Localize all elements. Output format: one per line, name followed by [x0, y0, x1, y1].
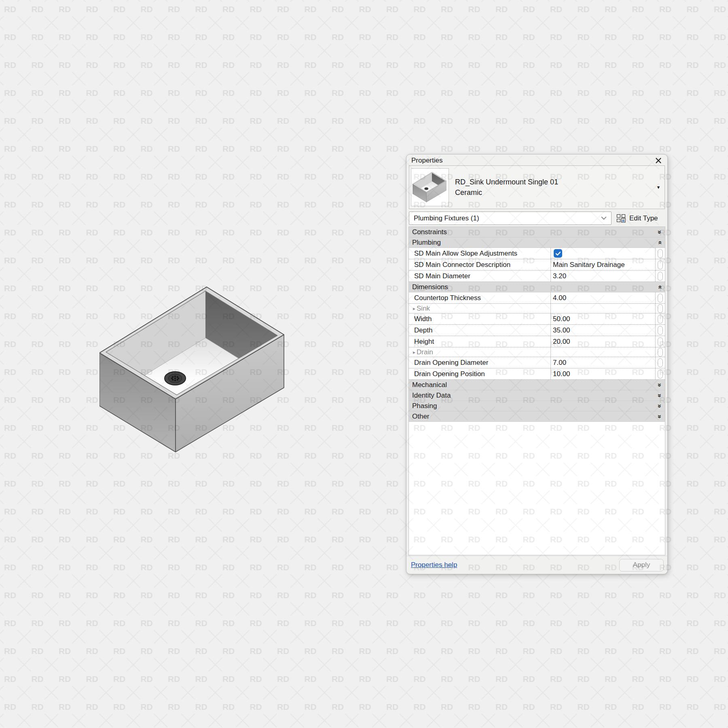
properties-help-link[interactable]: Properties help: [411, 561, 457, 569]
property-value-width[interactable]: 50.00: [550, 313, 655, 324]
type-dropdown-icon[interactable]: ▼: [652, 185, 665, 190]
property-label-cell: ▸Drain: [409, 347, 550, 357]
type-text: RD_Sink Undermount Single 01 Ceramic: [449, 177, 652, 198]
property-value-text: 50.00: [553, 315, 570, 323]
grid-empty-area: [409, 422, 665, 555]
associate-parameter-button[interactable]: [658, 294, 663, 303]
property-value-sd-main-connector-description[interactable]: Main Sanitary Drainage: [550, 259, 655, 270]
chevron-double-down-icon[interactable]: »: [657, 230, 663, 234]
property-value-drain-opening-diameter[interactable]: 7.00: [550, 357, 655, 368]
checkbox-checked[interactable]: [554, 249, 562, 258]
associate-parameter-button[interactable]: [658, 272, 663, 281]
subgroup-expand-icon[interactable]: ▸: [413, 306, 415, 311]
subgroup-row-drain: ▸Drain: [409, 347, 665, 357]
combo-chevron-down-icon: [601, 216, 607, 220]
associate-parameter-button[interactable]: [658, 260, 663, 269]
section-label: Dimensions: [409, 283, 448, 291]
associate-parameter-cell: [655, 292, 665, 303]
associate-parameter-cell: [655, 248, 665, 259]
selection-combo-value: Plumbing Fixtures (1): [414, 214, 479, 222]
chevron-double-down-icon[interactable]: »: [657, 415, 663, 418]
property-label-cell: SD Main Connector Description: [409, 259, 550, 270]
chevron-double-down-icon[interactable]: »: [657, 394, 663, 397]
section-header-phasing[interactable]: Phasing»: [409, 401, 665, 411]
property-row-depth: Depth35.00: [409, 325, 665, 336]
associate-parameter-cell: [655, 347, 665, 357]
associate-parameter-cell: [655, 313, 665, 324]
associate-parameter-button[interactable]: [658, 326, 663, 335]
edit-type-button[interactable]: Edit Type: [612, 212, 665, 225]
property-label-cell: Drain Opening Position: [409, 368, 550, 379]
property-row-countertop-thickness: Countertop Thickness4.00: [409, 292, 665, 304]
section-label: Phasing: [409, 402, 437, 410]
chevron-double-up-icon[interactable]: »: [657, 241, 663, 244]
check-icon: [555, 251, 561, 256]
associate-parameter-cell: [655, 336, 665, 347]
property-value-depth[interactable]: 35.00: [550, 325, 655, 336]
selection-row: Plumbing Fixtures (1) Edit Type: [409, 212, 665, 225]
subgroup-expand-icon[interactable]: ▸: [413, 349, 415, 355]
property-value-drain-opening-position[interactable]: 10.00: [550, 368, 655, 379]
apply-button[interactable]: Apply: [619, 559, 664, 571]
property-label-cell: Height: [409, 336, 550, 347]
property-value-sd-main-diameter[interactable]: 3.20: [550, 271, 655, 281]
properties-panel: Properties RD_Sink Undermount Single 01 …: [406, 154, 668, 574]
section-header-constraints[interactable]: Constraints»: [409, 227, 665, 237]
associate-parameter-button[interactable]: [658, 249, 663, 258]
associate-parameter-cell: [655, 325, 665, 336]
property-row-height: Height20.00: [409, 336, 665, 347]
chevron-double-down-icon[interactable]: »: [657, 383, 663, 387]
associate-parameter-button[interactable]: [658, 348, 663, 357]
property-value-text: 3.20: [553, 272, 566, 280]
property-value-sd-main-allow-slope-adjustments[interactable]: [550, 248, 655, 259]
property-label: Width: [414, 315, 432, 323]
associate-parameter-button[interactable]: [658, 370, 663, 379]
grid-rows: Constraints»Plumbing»SD Main Allow Slope…: [409, 227, 665, 422]
associate-parameter-button[interactable]: [658, 337, 663, 346]
property-label-cell: Width: [409, 313, 550, 324]
property-row-width: Width50.00: [409, 313, 665, 325]
section-label: Mechanical: [409, 381, 447, 389]
property-value-text: Main Sanitary Drainage: [553, 261, 625, 269]
sink-3d-render: [99, 286, 290, 459]
close-icon[interactable]: [654, 157, 662, 165]
property-label: SD Main Diameter: [414, 272, 470, 280]
section-header-other[interactable]: Other»: [409, 411, 665, 422]
property-value-sink: [550, 304, 655, 313]
property-grid: Constraints»Plumbing»SD Main Allow Slope…: [408, 226, 665, 555]
property-label: Sink: [417, 305, 430, 313]
associate-parameter-button[interactable]: [658, 304, 663, 313]
associate-parameter-cell: [655, 368, 665, 379]
property-row-sd-main-allow-slope-adjustments: SD Main Allow Slope Adjustments: [409, 248, 665, 259]
property-value-height[interactable]: 20.00: [550, 336, 655, 347]
property-row-sd-main-diameter: SD Main Diameter3.20: [409, 271, 665, 282]
associate-parameter-cell: [655, 357, 665, 368]
section-header-mechanical[interactable]: Mechanical»: [409, 380, 665, 390]
type-thumbnail-sink-icon: [413, 172, 447, 203]
property-row-drain-opening-diameter: Drain Opening Diameter7.00: [409, 357, 665, 368]
chevron-double-up-icon[interactable]: »: [657, 285, 663, 289]
panel-footer: Properties help Apply: [406, 556, 667, 574]
property-label-cell: SD Main Diameter: [409, 271, 550, 281]
edit-type-label: Edit Type: [629, 214, 658, 222]
property-value-countertop-thickness[interactable]: 4.00: [550, 292, 655, 303]
type-selector[interactable]: RD_Sink Undermount Single 01 Ceramic ▼: [409, 165, 665, 209]
associate-parameter-cell: [655, 271, 665, 281]
property-label-cell: ▸Sink: [409, 304, 550, 313]
selection-combo[interactable]: Plumbing Fixtures (1): [409, 212, 612, 225]
associate-parameter-button[interactable]: [658, 358, 663, 367]
section-header-dimensions[interactable]: Dimensions»: [409, 282, 665, 292]
type-family-name: RD_Sink Undermount Single 01: [455, 177, 652, 187]
property-label: Drain Opening Position: [414, 370, 485, 378]
chevron-double-down-icon[interactable]: »: [657, 404, 663, 408]
associate-parameter-cell: [655, 304, 665, 313]
section-header-plumbing[interactable]: Plumbing»: [409, 237, 665, 248]
property-value-drain: [550, 347, 655, 357]
section-header-identity-data[interactable]: Identity Data»: [409, 390, 665, 401]
associate-parameter-button[interactable]: [658, 315, 663, 324]
property-label: SD Main Connector Description: [414, 261, 510, 269]
property-label-cell: Countertop Thickness: [409, 292, 550, 303]
property-label: Countertop Thickness: [414, 294, 481, 302]
section-label: Plumbing: [409, 239, 441, 247]
property-value-text: 10.00: [553, 370, 570, 378]
